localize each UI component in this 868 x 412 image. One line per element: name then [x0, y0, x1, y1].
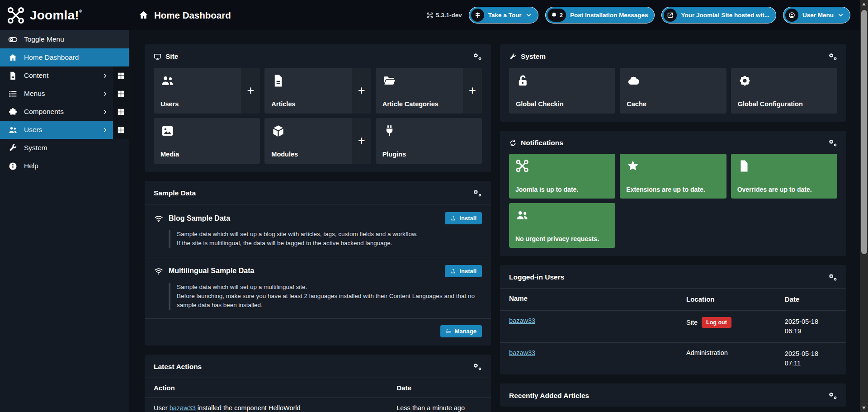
manage-button[interactable]: Manage [440, 325, 482, 337]
column-header-location: Location [686, 294, 785, 304]
panel-title: Logged-in Users [509, 273, 564, 281]
list-icon [8, 89, 18, 99]
scroll-down-arrow[interactable] [862, 407, 866, 409]
gear-icon [738, 74, 752, 88]
user-link[interactable]: bazaw33 [509, 317, 535, 324]
star-icon [626, 159, 640, 173]
sidebar-item-toggle-menu[interactable]: Toggle Menu [0, 30, 129, 48]
site-card-plugins[interactable]: Plugins [376, 118, 482, 164]
joomla-admin-dashboard: Joomla!® Home Dashboard 5.3.1-dev Take a… [0, 0, 868, 412]
multilingual-sample-data-section: Multilingual Sample Data Install Sample … [145, 257, 491, 319]
install-blog-sample-button[interactable]: Install [445, 212, 482, 224]
add-users-button[interactable]: + [241, 68, 260, 114]
site-card-articles[interactable]: Articles + [264, 68, 371, 114]
users-icon [160, 74, 175, 88]
chevron-down-icon [838, 12, 844, 18]
content-dashboard-grid-button[interactable] [113, 66, 129, 85]
panel-settings-button[interactable] [473, 363, 482, 371]
users-dashboard-grid-button[interactable] [113, 121, 129, 139]
panel-settings-button[interactable] [473, 189, 482, 197]
panel-settings-button[interactable] [828, 52, 837, 61]
user-link[interactable]: bazaw33 [509, 349, 535, 356]
add-module-button[interactable]: + [352, 118, 371, 164]
sidebar-item-users[interactable]: Users [0, 121, 129, 139]
panel-settings-button[interactable] [828, 392, 837, 400]
location-label: Administration [686, 349, 728, 356]
notification-privacy-requests[interactable]: No urgent privacy requests. [509, 203, 615, 248]
login-date: 2025-05-18 07:11 [785, 349, 837, 368]
column-header-action: Action [154, 384, 396, 392]
refresh-icon [509, 139, 517, 147]
logout-button[interactable]: Log out [702, 317, 731, 328]
toggle-icon [8, 35, 18, 44]
grid-icon [117, 90, 125, 98]
sidebar-item-menus[interactable]: Menus [0, 85, 129, 103]
article-icon [271, 74, 285, 88]
panel-settings-button[interactable] [473, 52, 482, 61]
post-installation-messages-button[interactable]: 2 Post Installation Messages [545, 7, 655, 24]
site-card-article-categories[interactable]: Article Categories + [376, 68, 482, 114]
wifi-icon [154, 266, 164, 276]
panel-title: System [521, 52, 546, 61]
scroll-up-arrow[interactable] [862, 3, 866, 5]
notifications-panel: Notifications Joomla is up to date. Exte… [500, 131, 846, 256]
system-card-cache[interactable]: Cache [620, 68, 726, 114]
site-card-users[interactable]: Users + [154, 68, 260, 114]
panel-title: Latest Actions [154, 363, 202, 371]
install-multilingual-sample-button[interactable]: Install [445, 265, 482, 277]
components-dashboard-grid-button[interactable] [113, 103, 129, 121]
sidebar-item-home-dashboard[interactable]: Home Dashboard [0, 48, 129, 66]
system-card-global-configuration[interactable]: Global Configuration [731, 68, 837, 114]
add-article-button[interactable]: + [352, 68, 371, 114]
right-column: System Global Checkin [500, 44, 846, 407]
notification-overrides-up-to-date[interactable]: Overrides are up to date. [731, 154, 837, 199]
column-header-name: Name [509, 294, 686, 304]
take-a-tour-button[interactable]: Take a Tour [469, 7, 538, 24]
vertical-scrollbar[interactable] [860, 0, 868, 412]
page-header: Home Dashboard [138, 10, 231, 21]
sample-data-panel: Sample Data Blog Sample Data Install [145, 181, 491, 346]
version-label: 5.3.1-dev [427, 12, 462, 19]
wrench-icon [509, 53, 517, 61]
grid-icon [117, 108, 125, 116]
site-card-media[interactable]: Media [154, 118, 260, 164]
wrench-icon [8, 143, 18, 153]
menus-dashboard-grid-button[interactable] [113, 85, 129, 103]
system-panel: System Global Checkin [500, 44, 846, 122]
notification-joomla-up-to-date[interactable]: Joomla is up to date. [509, 154, 615, 199]
notification-extensions-up-to-date[interactable]: Extensions are up to date. [620, 154, 726, 199]
sidebar-item-content[interactable]: Content [0, 66, 129, 85]
user-link[interactable]: bazaw33 [170, 404, 196, 412]
brand-wordmark: Joomla!® [30, 8, 82, 23]
add-article-category-button[interactable]: + [463, 68, 482, 114]
external-link-icon [664, 9, 677, 22]
left-column: Site Users + [145, 44, 491, 412]
site-card-modules[interactable]: Modules + [264, 118, 371, 164]
panel-settings-button[interactable] [828, 273, 837, 281]
sidebar-item-system[interactable]: System [0, 139, 129, 157]
panel-settings-button[interactable] [828, 139, 837, 147]
hosted-site-button[interactable]: Your Joomla! Site hosted wit... [661, 7, 776, 24]
section-description: Sample data which will set up a blog sit… [169, 230, 482, 248]
joomla-logo-icon [7, 6, 25, 24]
info-icon [8, 161, 18, 171]
site-panel: Site Users + [145, 44, 491, 172]
scrollbar-thumb[interactable] [861, 10, 867, 254]
cloud-icon [627, 74, 641, 88]
joomla-version-icon [427, 12, 433, 19]
wifi-icon [154, 213, 164, 223]
sidebar-item-help[interactable]: Help [0, 157, 129, 175]
system-card-global-checkin[interactable]: Global Checkin [509, 68, 615, 114]
user-menu-button[interactable]: User Menu [783, 7, 850, 24]
tasks-icon [446, 328, 452, 334]
upload-icon [450, 215, 456, 221]
home-icon [8, 53, 18, 62]
sidebar: Toggle Menu Home Dashboard Content [0, 30, 129, 412]
login-date: 2025-05-18 06:19 [785, 317, 837, 336]
joomla-logo-icon [515, 159, 529, 173]
chevron-right-icon [102, 127, 108, 133]
folder-open-icon [382, 74, 396, 88]
joomla-brand[interactable]: Joomla!® [0, 6, 129, 24]
sidebar-item-components[interactable]: Components [0, 103, 129, 121]
panel-title: Recently Added Articles [509, 392, 589, 400]
